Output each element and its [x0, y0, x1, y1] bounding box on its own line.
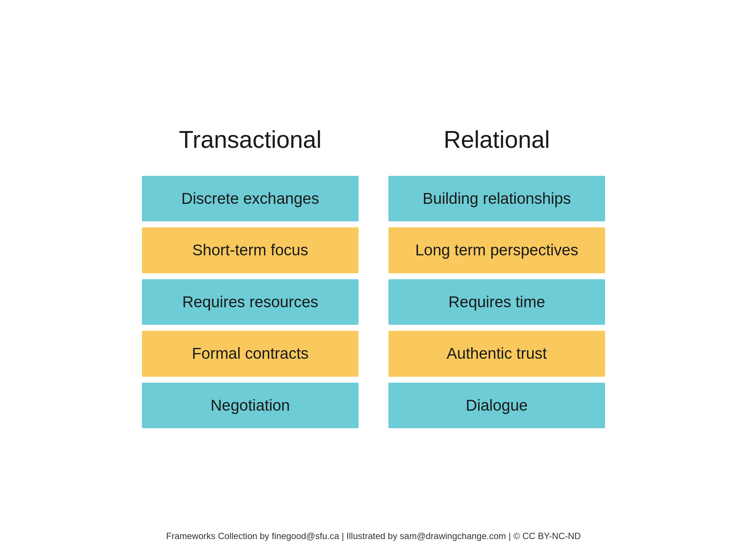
transactional-item-3: Requires resources [142, 279, 359, 325]
transactional-item-5: Negotiation [142, 383, 359, 428]
main-container: Transactional Discrete exchanges Short-t… [0, 103, 747, 457]
relational-header: Relational [388, 126, 605, 153]
relational-column: Relational Building relationships Long t… [388, 126, 605, 434]
relational-item-1: Building relationships [388, 176, 605, 221]
transactional-item-2: Short-term focus [142, 227, 359, 273]
transactional-column: Transactional Discrete exchanges Short-t… [142, 126, 359, 434]
transactional-item-4: Formal contracts [142, 331, 359, 376]
relational-item-2: Long term perspectives [388, 227, 605, 273]
relational-item-3: Requires time [388, 279, 605, 325]
footer-text: Frameworks Collection by finegood@sfu.ca… [0, 531, 747, 541]
relational-item-5: Dialogue [388, 383, 605, 428]
relational-item-4: Authentic trust [388, 331, 605, 376]
transactional-item-1: Discrete exchanges [142, 176, 359, 221]
transactional-header: Transactional [142, 126, 359, 153]
